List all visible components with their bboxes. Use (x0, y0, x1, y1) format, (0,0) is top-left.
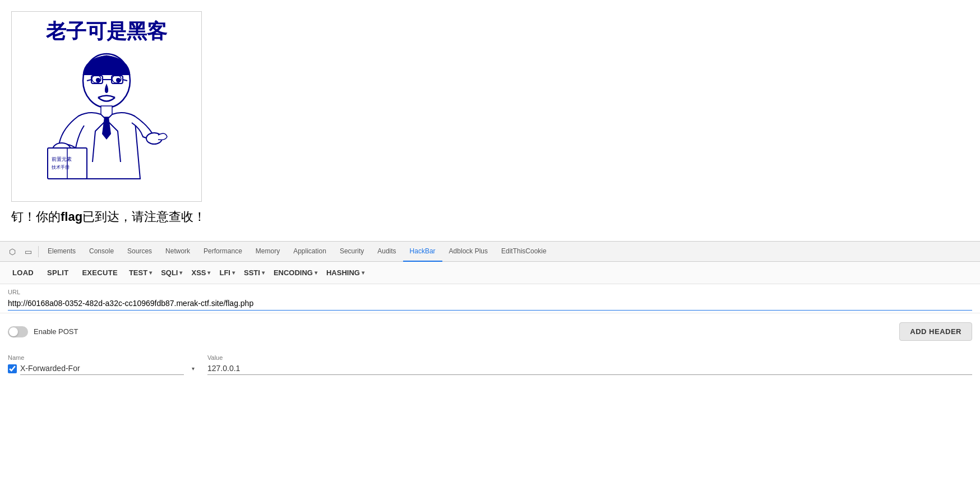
devtools-panel: ⬡ ▭ Elements Console Sources Network Per… (0, 241, 980, 379)
device-toolbar-icon[interactable]: ▭ (20, 244, 36, 260)
hackbar-lfi-dropdown[interactable]: LFI ▾ (216, 266, 238, 279)
lfi-dropdown-arrow: ▾ (232, 270, 235, 276)
tab-network[interactable]: Network (159, 242, 197, 262)
page-content: 老子可是黑客 (0, 0, 980, 241)
devtools-toolbar: ⬡ ▭ Elements Console Sources Network Per… (0, 242, 980, 262)
enable-post-row: Enable POST (8, 326, 78, 337)
xss-dropdown-arrow: ▾ (207, 270, 210, 276)
page-message: 钉！你的flag已到达，请注意查收！ (11, 209, 969, 225)
tab-adblock[interactable]: Adblock Plus (442, 242, 494, 262)
tab-performance[interactable]: Performance (197, 242, 249, 262)
tab-console[interactable]: Console (82, 242, 121, 262)
enable-post-label: Enable POST (34, 327, 78, 336)
meme-image: 老子可是黑客 (11, 11, 202, 202)
header-value-input[interactable] (207, 362, 972, 375)
svg-text:技术手册: 技术手册 (51, 165, 70, 170)
hackbar-load-button[interactable]: LOAD (7, 266, 39, 279)
svg-text:前置元素: 前置元素 (52, 156, 72, 162)
svg-point-4 (116, 78, 121, 82)
hackbar-encoding-dropdown[interactable]: ENCODING ▾ (270, 266, 321, 279)
sqli-dropdown-arrow: ▾ (179, 270, 182, 276)
hackbar-execute-button[interactable]: EXECUTE (76, 266, 123, 279)
tab-audits[interactable]: Audits (371, 242, 403, 262)
tab-application[interactable]: Application (286, 242, 333, 262)
tab-hackbar[interactable]: HackBar (403, 242, 442, 262)
url-label: URL (8, 289, 972, 295)
post-section: Enable POST ADD HEADER (0, 313, 980, 350)
svg-point-3 (96, 78, 100, 82)
header-checkbox[interactable] (8, 364, 17, 373)
tab-memory[interactable]: Memory (249, 242, 286, 262)
toolbar-separator (38, 246, 39, 257)
enable-post-toggle[interactable] (8, 326, 28, 337)
meme-title: 老子可是黑客 (46, 18, 167, 45)
hackbar-ssti-dropdown[interactable]: SSTI ▾ (241, 266, 268, 279)
hackbar-hashing-dropdown[interactable]: HASHING ▾ (323, 266, 368, 279)
tab-security[interactable]: Security (333, 242, 371, 262)
ssti-dropdown-arrow: ▾ (262, 270, 265, 276)
hackbar-sqli-dropdown[interactable]: SQLI ▾ (158, 266, 186, 279)
hashing-dropdown-arrow: ▾ (362, 270, 364, 276)
hackbar-content: LOAD SPLIT EXECUTE TEST ▾ SQLI ▾ XSS ▾ L… (0, 262, 980, 379)
header-name-input[interactable] (20, 362, 184, 375)
meme-figure: 前置元素 技术手册 (28, 50, 185, 196)
name-field-label: Name (8, 354, 198, 361)
hackbar-menu: LOAD SPLIT EXECUTE TEST ▾ SQLI ▾ XSS ▾ L… (0, 262, 980, 284)
tab-editthiscookie[interactable]: EditThisCookie (494, 242, 553, 262)
value-field-label: Value (207, 354, 972, 361)
header-name-dropdown-arrow[interactable]: ▾ (187, 365, 198, 372)
hackbar-split-button[interactable]: SPLIT (41, 266, 74, 279)
name-field-row: ▾ (8, 362, 198, 375)
url-section: URL (0, 284, 980, 313)
toggle-knob (9, 327, 18, 336)
tab-sources[interactable]: Sources (121, 242, 159, 262)
header-name-section: Name ▾ (8, 354, 198, 375)
add-header-button[interactable]: ADD HEADER (899, 322, 972, 341)
header-value-section: Value (207, 354, 972, 375)
url-input[interactable] (8, 297, 972, 311)
inspect-element-icon[interactable]: ⬡ (4, 244, 20, 260)
encoding-dropdown-arrow: ▾ (315, 270, 317, 276)
hackbar-xss-dropdown[interactable]: XSS ▾ (188, 266, 214, 279)
tab-elements[interactable]: Elements (41, 242, 82, 262)
test-dropdown-arrow: ▾ (149, 270, 152, 276)
header-row: Name ▾ Value (0, 350, 980, 379)
hackbar-test-dropdown[interactable]: TEST ▾ (126, 266, 155, 279)
